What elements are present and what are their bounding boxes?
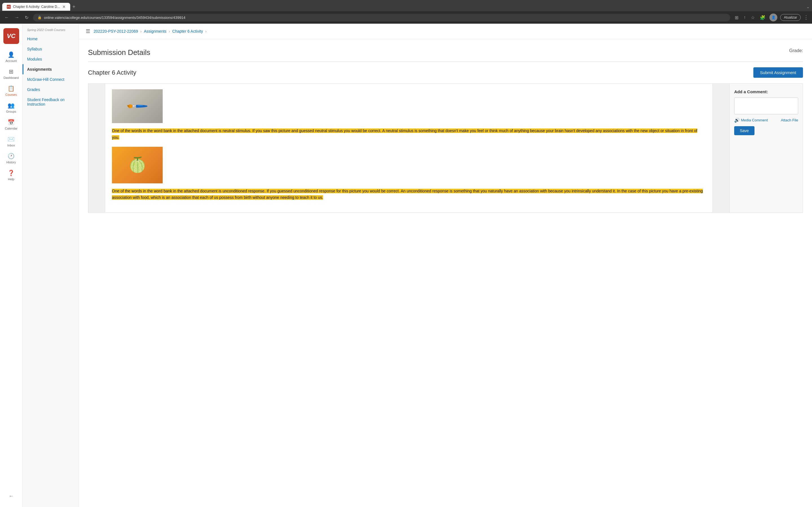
reload-btn[interactable]: ↻	[24, 14, 30, 21]
comment-textarea[interactable]	[734, 98, 798, 114]
active-tab[interactable]: VC Chapter 6 Activity: Caroline D... ✕	[2, 3, 70, 11]
comment-panel-title: Add a Comment:	[734, 89, 798, 94]
forward-btn[interactable]: →	[13, 14, 20, 21]
media-comment-btn[interactable]: 🔊 Media Comment	[734, 117, 768, 123]
breadcrumb-course[interactable]: 202220-PSY-2012-22069	[94, 29, 138, 34]
bookmark-btn[interactable]: ☆	[750, 14, 756, 21]
submission-body: One of the words in the word bank in the…	[88, 83, 803, 213]
media-comment-label: Media Comment	[741, 118, 768, 122]
breadcrumb-menu-btn[interactable]: ☰	[86, 28, 90, 34]
calendar-icon: 📅	[8, 119, 15, 126]
header-divider	[88, 61, 803, 62]
address-bar: ← → ↻ 🔒 online.valenciacollege.edu/cours…	[0, 11, 812, 24]
update-btn[interactable]: Atualizar	[780, 14, 801, 21]
history-label: History	[6, 161, 16, 164]
browser-actions: ⊞ ↑ ☆ 🧩 👤 Atualizar ⋮	[733, 13, 809, 21]
nav-mcgrawhill[interactable]: McGraw-Hill Connect	[22, 74, 79, 84]
text-block-2: One of the words in the word bank in the…	[112, 188, 706, 202]
grade-label: Grade:	[789, 48, 803, 53]
nav-feedback[interactable]: Student Feedback on Instruction	[22, 95, 79, 109]
app-container: VC 👤 Account ⊞ Dashboard 📋 Courses 👥 Gro…	[0, 24, 812, 507]
submission-left-margin	[88, 83, 105, 212]
speaker-icon: 🔊	[734, 117, 740, 123]
url-text: online.valenciacollege.edu/courses/13359…	[44, 15, 186, 20]
breadcrumb-sep-2: ›	[168, 29, 170, 34]
text-block-1: One of the words in the word bank in the…	[112, 128, 706, 141]
sidebar-item-courses[interactable]: 📋 Courses	[0, 82, 22, 99]
highlighted-paragraph-2: One of the words in the word bank in the…	[112, 189, 703, 200]
sidebar-item-help[interactable]: ❓ Help	[0, 167, 22, 184]
save-comment-btn[interactable]: Save	[734, 126, 755, 135]
extensions-btn[interactable]: 🧩	[759, 14, 767, 21]
highlighted-paragraph-1: One of the words in the word bank in the…	[112, 128, 697, 140]
sidebar-item-groups[interactable]: 👥 Groups	[0, 99, 22, 116]
url-bar[interactable]: 🔒 online.valenciacollege.edu/courses/133…	[33, 14, 730, 21]
breadcrumb: ☰ 202220-PSY-2012-22069 › Assignments › …	[79, 24, 812, 39]
breadcrumb-assignments[interactable]: Assignments	[144, 29, 166, 34]
nav-syllabus[interactable]: Syllabus	[22, 44, 79, 54]
account-icon: 👤	[8, 51, 15, 58]
account-label: Account	[6, 59, 17, 62]
breadcrumb-current[interactable]: Chapter 6 Activity	[172, 29, 203, 34]
help-label: Help	[8, 177, 14, 181]
inbox-label: Inbox	[7, 144, 15, 147]
courses-icon: 📋	[8, 85, 15, 92]
nav-modules[interactable]: Modules	[22, 54, 79, 64]
melon-image	[112, 147, 163, 183]
nav-bottom: ←	[9, 490, 14, 503]
left-nav: VC 👤 Account ⊞ Dashboard 📋 Courses 👥 Gro…	[0, 24, 22, 507]
tab-favicon: VC	[7, 5, 11, 9]
breadcrumb-sep-1: ›	[140, 29, 142, 34]
assignment-header: Chapter 6 Activity Submit Assignment	[88, 67, 803, 78]
submit-assignment-btn[interactable]: Submit Assignment	[753, 67, 803, 78]
tab-title: Chapter 6 Activity: Caroline D...	[13, 5, 60, 9]
tab-bar: VC Chapter 6 Activity: Caroline D... ✕ +…	[0, 0, 812, 11]
collapse-nav-btn[interactable]: ←	[9, 490, 14, 503]
course-label: Spring 2022 Credit Courses	[22, 24, 79, 34]
sidebar-item-account[interactable]: 👤 Account	[0, 48, 22, 65]
submission-header: Submission Details Grade:	[88, 48, 803, 57]
browser-menu-btn[interactable]: ⋮	[804, 14, 809, 20]
content-area: Submission Details Grade: Chapter 6 Acti…	[79, 39, 812, 222]
main-content: ☰ 202220-PSY-2012-22069 › Assignments › …	[79, 24, 812, 507]
nav-assignments[interactable]: Assignments	[22, 64, 79, 74]
translate-btn[interactable]: ⊞	[733, 14, 740, 21]
nav-grades[interactable]: Grades	[22, 84, 79, 95]
history-icon: 🕐	[8, 153, 15, 159]
brush-image	[112, 89, 163, 123]
sidebar-item-history[interactable]: 🕐 History	[0, 150, 22, 167]
lock-icon: 🔒	[38, 15, 42, 19]
browser-chrome: VC Chapter 6 Activity: Caroline D... ✕ +…	[0, 0, 812, 24]
nav-home[interactable]: Home	[22, 34, 79, 44]
profile-btn[interactable]: 👤	[769, 13, 777, 21]
sidebar-item-inbox[interactable]: ✉️ Inbox	[0, 133, 22, 150]
comment-panel: Add a Comment: 🔊 Media Comment Attach Fi…	[729, 83, 803, 212]
submission-right-margin	[712, 83, 729, 212]
courses-label: Courses	[5, 93, 17, 96]
inbox-icon: ✉️	[8, 136, 15, 143]
course-sidebar: Spring 2022 Credit Courses Home Syllabus…	[22, 24, 79, 507]
tab-close-btn[interactable]: ✕	[62, 4, 66, 9]
help-icon: ❓	[8, 170, 15, 176]
vc-logo: VC	[3, 28, 19, 44]
groups-icon: 👥	[8, 102, 15, 109]
attach-file-btn[interactable]: Attach File	[781, 118, 798, 122]
sidebar-item-dashboard[interactable]: ⊞ Dashboard	[0, 65, 22, 82]
comment-actions: 🔊 Media Comment Attach File	[734, 117, 798, 123]
share-btn[interactable]: ↑	[742, 14, 747, 21]
sidebar-item-calendar[interactable]: 📅 Calendar	[0, 116, 22, 133]
dashboard-label: Dashboard	[4, 76, 19, 79]
submission-main: One of the words in the word bank in the…	[105, 83, 712, 212]
dashboard-icon: ⊞	[9, 68, 13, 75]
submission-details-title: Submission Details	[88, 48, 150, 57]
calendar-label: Calendar	[5, 127, 17, 130]
groups-label: Groups	[6, 110, 16, 113]
breadcrumb-sep-3: ›	[205, 29, 207, 34]
tab-list-btn[interactable]: ⌄	[806, 4, 810, 9]
assignment-title: Chapter 6 Activity	[88, 69, 136, 76]
back-btn[interactable]: ←	[3, 14, 10, 21]
new-tab-btn[interactable]: +	[72, 4, 75, 10]
